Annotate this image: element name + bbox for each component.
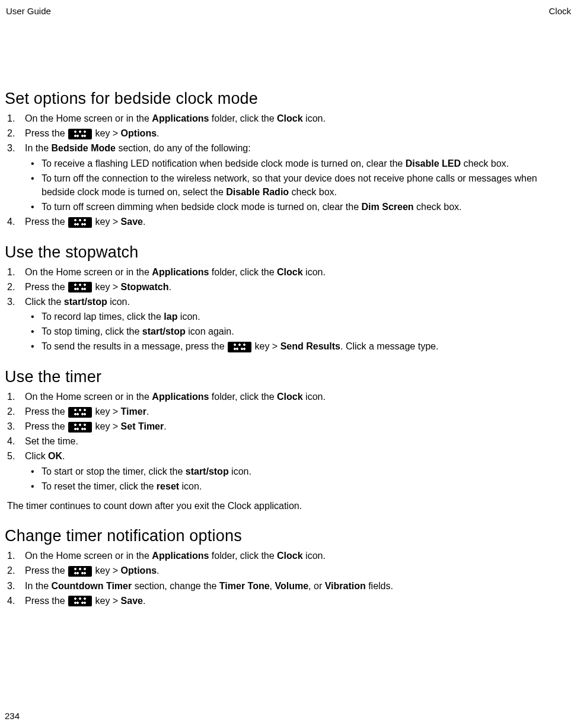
menu-key-icon: [68, 129, 92, 139]
step: Press the key > Save.: [5, 215, 572, 228]
sub-bullets: To start or stop the timer, click the st…: [25, 465, 572, 493]
bullet: To stop timing, click the start/stop ico…: [25, 325, 572, 338]
bullet: To send the results in a message, press …: [25, 339, 572, 353]
header-left: User Guide: [6, 6, 51, 16]
ordered-steps: On the Home screen or in the Application…: [5, 265, 572, 354]
menu-key-icon: [68, 282, 92, 293]
step: On the Home screen or in the Application…: [5, 390, 572, 403]
bullet: To reset the timer, click the reset icon…: [25, 479, 572, 493]
section-stopwatch: Use the stopwatch On the Home screen or …: [5, 243, 572, 354]
section-timer-notify: Change timer notification options On the…: [5, 527, 572, 608]
step: Press the key > Save.: [5, 594, 572, 608]
bullet: To record lap times, click the lap icon.: [25, 310, 572, 323]
section-title: Change timer notification options: [5, 527, 572, 545]
step: Press the key > Set Timer.: [5, 419, 572, 433]
bullet: To start or stop the timer, click the st…: [25, 465, 572, 478]
menu-key-icon: [68, 407, 92, 418]
sub-bullets: To record lap times, click the lap icon.…: [25, 310, 572, 354]
menu-key-icon: [68, 217, 92, 228]
step: On the Home screen or in the Application…: [5, 112, 572, 125]
bullet: To turn off the connection to the wirele…: [25, 171, 572, 199]
step: Click OK. To start or stop the timer, cl…: [5, 449, 572, 493]
section-bedside: Set options for bedside clock mode On th…: [5, 90, 572, 229]
note-text: The timer continues to count down after …: [7, 499, 572, 513]
bullet: To turn off screen dimming when bedside …: [25, 200, 572, 214]
step: On the Home screen or in the Application…: [5, 549, 572, 562]
ordered-steps: On the Home screen or in the Application…: [5, 549, 572, 608]
step: Press the key > Options.: [5, 126, 572, 140]
section-title: Use the stopwatch: [5, 243, 572, 262]
menu-key-icon: [68, 596, 92, 606]
sub-bullets: To receive a flashing LED notification w…: [25, 157, 572, 214]
ordered-steps: On the Home screen or in the Application…: [5, 390, 572, 493]
step: In the Bedside Mode section, do any of t…: [5, 141, 572, 214]
menu-key-icon: [68, 566, 92, 577]
menu-key-icon: [68, 422, 92, 433]
step: In the Countdown Timer section, change t…: [5, 579, 572, 593]
step: Press the key > Options.: [5, 564, 572, 577]
page-header: User Guide Clock: [5, 6, 572, 81]
menu-key-icon: [228, 342, 251, 352]
ordered-steps: On the Home screen or in the Application…: [5, 112, 572, 229]
step: Set the time.: [5, 434, 572, 448]
section-timer: Use the timer On the Home screen or in t…: [5, 368, 572, 513]
step: On the Home screen or in the Application…: [5, 265, 572, 279]
step: Click the start/stop icon. To record lap…: [5, 295, 572, 354]
step: Press the key > Stopwatch.: [5, 280, 572, 294]
section-title: Set options for bedside clock mode: [5, 90, 572, 108]
section-title: Use the timer: [5, 368, 572, 386]
page-number: 234: [5, 711, 20, 721]
step: Press the key > Timer.: [5, 405, 572, 418]
header-right: Clock: [549, 6, 571, 16]
bullet: To receive a flashing LED notification w…: [25, 157, 572, 170]
